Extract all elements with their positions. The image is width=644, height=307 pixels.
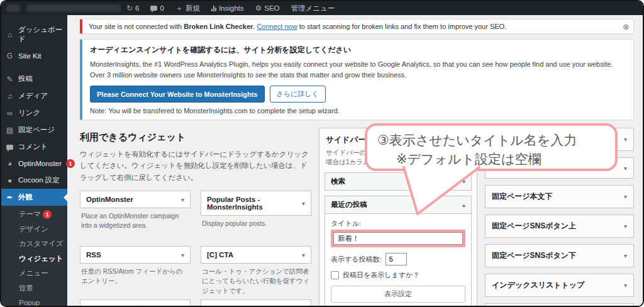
widget-name: OptinMonster [86,196,133,203]
widget-title-input[interactable] [333,232,463,245]
monsterinsights-heading: オーディエンスインサイトを確認するには、サイト分析を設定してください [90,45,626,55]
placed-widget-recent-posts: 最近の投稿 ▴ タイトル: 表示する投稿数: [325,196,472,306]
post-count-label: 表示する投稿数: [331,255,382,264]
site-name-redacted [26,4,121,12]
widget-optinmonster[interactable]: OptinMonster ▾ [80,191,191,208]
appearance-icon: ✒ [6,193,14,202]
chevron-down-icon[interactable]: ▾ [302,200,305,207]
chevron-down-icon[interactable]: ▾ [624,165,627,172]
available-widgets-title: 利用できるウィジェット [80,131,311,143]
submenu-popup-builder[interactable]: Popup Builder [1,296,67,307]
learn-more-button[interactable]: さらに詳しく [270,86,326,103]
widget-card: [C] SNSフォローボタン ▾ SNSサービスのフォローアイコンボタンを表示す… [201,299,311,306]
connect-now-link[interactable]: Connect now [257,23,297,30]
submenu-label: テーマ [19,210,41,218]
annotation-callout: ③表示させたいタイトル名を入力 ※デフォルト設定は空欄 [365,123,618,171]
submenu-menus[interactable]: メニュー [1,266,67,281]
widget-card: [C] Facebookボックス ▾ 「この記事が気に入ったらフォローしよう」ウ… [80,299,191,306]
plus-icon: ＋ [175,4,183,12]
submenu-design[interactable]: デザイン [1,222,67,237]
adminbar-admin-menu[interactable]: 管理メニュー [286,1,341,15]
submenu-background[interactable]: 背景 [1,281,67,296]
area-index-list-top[interactable]: インデックスリストトップ ▾ [485,274,634,297]
widget-name: [C] SNSフォローボタン [207,304,286,306]
widget-name: Popular Posts - MonsterInsights [207,196,302,211]
sidebar-item-dashboard[interactable]: ⌂ ダッシュボード [1,21,67,48]
area-index-list-middle[interactable]: インデックスリストミドル ▾ [485,303,634,306]
admin-menu-label: 管理メニュー [291,4,335,13]
themes-badge: 1 [43,210,52,219]
widget-sns-follow[interactable]: [C] SNSフォローボタン ▾ [201,299,311,306]
dashboard-icon: ⌂ [6,30,14,39]
sidebar-item-appearance[interactable]: ✒ 外観 [1,189,67,206]
sidebar-item-pages[interactable]: ▤ 固定ページ [1,121,67,138]
adminbar-comments[interactable]: 0 [145,1,169,15]
area-page-sns-bottom[interactable]: 固定ページSNSボタン下 ▾ [485,244,634,267]
submenu-customize[interactable]: カスタマイズ [1,237,67,252]
post-count-input[interactable] [386,253,407,265]
connect-monsterinsights-button[interactable]: Please Connect Your Website to MonsterIn… [90,86,265,103]
chevron-up-icon[interactable]: ▴ [462,201,465,208]
submenu-widgets[interactable]: ウィジェット [1,252,67,267]
widget-name: RSS [86,251,101,259]
sidebar-item-links[interactable]: ∞ リンク [1,104,67,121]
admin-sidebar-menu: ⌂ ダッシュボード G Site Kit ✎ 投稿 ♫ メディア ∞ リンク ▤… [1,15,67,306]
chevron-down-icon[interactable]: ▾ [462,178,465,185]
new-label: 新規 [186,4,200,13]
recent-posts-header[interactable]: 最近の投稿 ▴ [325,196,471,214]
widget-name: 検索 [331,177,345,186]
appearance-submenu: テーマ 1 デザイン カスタマイズ ウィジェット メニュー 背景 Popup B… [1,206,67,307]
menu-label: OptinMonster [18,160,62,167]
widget-popular-posts[interactable]: Popular Posts - MonsterInsights ▾ [201,191,311,216]
widget-description: Display popular posts. [201,216,311,242]
update-icon: ↻ [126,4,133,12]
widget-facebook-box[interactable]: [C] Facebookボックス ▾ [80,299,191,306]
chevron-down-icon[interactable]: ▾ [302,252,305,259]
optinmonster-badge: 1 [66,159,75,168]
adminbar-insights[interactable]: Insights [206,1,250,15]
placed-widget-search[interactable]: 検索 ▾ [325,172,472,191]
show-date-option[interactable]: 投稿日を表示しますか？ [331,271,465,280]
widget-rss[interactable]: RSS ▾ [80,246,191,264]
adminbar-new[interactable]: ＋ 新規 [170,1,206,15]
area-page-sns-top[interactable]: 固定ページSNSボタン上 ▾ [485,215,634,238]
adminbar-seo[interactable]: ⚙ SEO [250,1,286,15]
area-label: インデックスリストトップ [492,280,584,291]
submenu-themes[interactable]: テーマ 1 [1,207,67,222]
widget-cta[interactable]: [C] CTA ▾ [201,246,311,264]
sidebar-item-cocoon[interactable]: ● Cocoon 設定 [1,172,67,189]
widget-name: 最近の投稿 [331,200,367,209]
comments-count: 0 [160,4,164,12]
chevron-down-icon[interactable]: ▾ [181,252,184,259]
menu-label: リンク [18,108,40,118]
notice-text: to start scanning for broken links and f… [297,23,507,30]
menu-label: メディア [18,91,48,101]
monsterinsights-body: MonsterInsights, the #1 WordPress Analyt… [90,59,626,81]
chevron-down-icon[interactable]: ▾ [181,196,184,203]
chevron-down-icon[interactable]: ▾ [624,193,627,200]
insights-label: Insights [219,4,244,12]
sidebar-item-media[interactable]: ♫ メディア [1,87,67,104]
sidebar-item-comments[interactable]: コメント [1,138,67,155]
comments-icon [150,6,157,11]
sidebar-item-optinmonster[interactable]: ◕ OptinMonster 1 [1,155,67,172]
adminbar-updates[interactable]: ↻ 6 [121,1,145,15]
pages-icon: ▤ [6,126,14,135]
sidebar-item-posts[interactable]: ✎ 投稿 [1,70,67,87]
chevron-down-icon[interactable]: ▾ [624,136,627,143]
notice-bold-text: Broken Link Checker [184,23,253,30]
menu-label: ダッシュボード [18,25,64,44]
chevron-down-icon[interactable]: ▾ [624,252,627,259]
area-page-body-bottom[interactable]: 固定ページ本文下 ▾ [485,185,634,208]
menu-label: 外観 [18,193,33,202]
wordpress-admin-window: ↻ 6 0 ＋ 新規 Insights ⚙ SEO 管理メニュー ⌂ ダッシュボ… [0,0,644,307]
chevron-down-icon[interactable]: ▾ [624,282,627,289]
widget-name: [C] CTA [207,251,233,259]
chevron-down-icon[interactable]: ▾ [624,223,627,230]
dismiss-icon[interactable]: ⊗ [623,22,630,31]
display-settings-button[interactable]: 表示設定 [331,286,465,303]
show-date-checkbox[interactable] [331,271,339,279]
optinmonster-icon: ◕ [6,159,14,168]
sidebar-item-sitekit[interactable]: G Site Kit [1,48,67,64]
widget-description: Place an OptinMonster campaign into a wi… [80,208,191,235]
